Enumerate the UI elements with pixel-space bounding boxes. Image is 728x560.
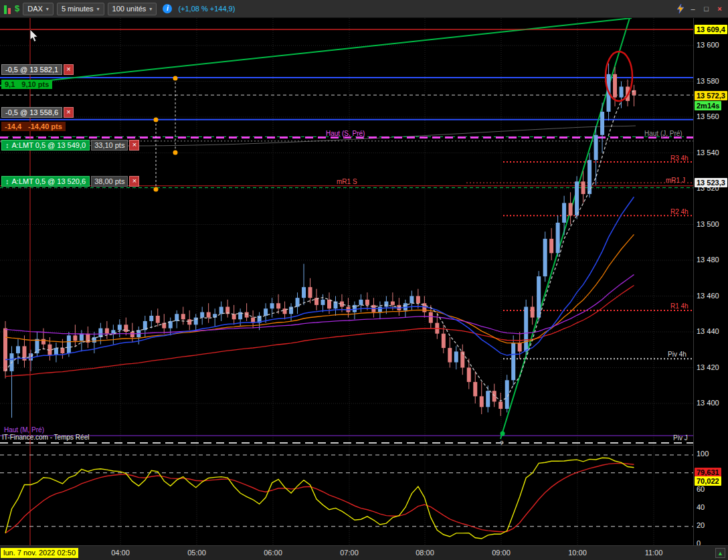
chart-label: Piv J	[673, 434, 688, 442]
chart-label: IT-Finance.com - Temps Réel	[2, 434, 89, 441]
close-order-button[interactable]: ×	[129, 140, 139, 151]
position-order: -0,5 @ 13 558,6×	[1, 107, 74, 118]
price-tick: 13 460	[697, 292, 719, 300]
updown-icon: ↕	[5, 177, 9, 186]
change-indicator: (+1,08 % +144,9)	[178, 5, 235, 13]
osc-tick: 60	[697, 485, 705, 493]
price-chart-panel[interactable]: Haut (S, Pré)Haut (J, Pré)mR1 SmR1 JR3 4…	[0, 18, 693, 445]
price-tick: 13 500	[697, 220, 719, 228]
minimize-button[interactable]: –	[688, 3, 698, 14]
price-label: 13 523,3	[695, 178, 727, 187]
osc-tick: 40	[697, 503, 705, 511]
chart-label: R1 4h	[670, 302, 689, 310]
time-axis: lun. 7 nov. 2022 02:5004:0005:0006:0007:…	[0, 545, 728, 560]
crosshair-date-label: lun. 7 nov. 2022 02:50	[1, 548, 78, 558]
chevron-down-icon: ▾	[97, 6, 100, 12]
chart-label: R2 4h	[670, 208, 689, 215]
position-pnl: 9,19,10 pts	[1, 80, 52, 89]
time-label: 05:00	[187, 549, 206, 557]
maximize-button[interactable]: □	[701, 3, 711, 14]
timeframe-label: 5 minutes	[62, 5, 94, 13]
stochastic-canvas[interactable]	[0, 446, 693, 546]
price-tick: 13 540	[697, 149, 719, 157]
price-tick: 13 480	[697, 256, 719, 264]
chart-label: mR1 J	[666, 177, 685, 184]
price-label: 13 609,4	[695, 25, 727, 34]
instrument-selector[interactable]: DAX ▾	[23, 3, 54, 15]
osc-value-label: 70,022	[695, 476, 721, 486]
timeframe-selector[interactable]: 5 minutes ▾	[57, 3, 104, 15]
updown-icon: ↕	[5, 141, 9, 150]
info-icon[interactable]: i	[163, 4, 172, 13]
chart-label: Piv 4h	[668, 351, 687, 358]
account-icon[interactable]: $	[15, 3, 19, 14]
time-label: 04:00	[111, 549, 130, 557]
limit-order-label[interactable]: ↕A:LMT 0,5 @ 13 549,0	[1, 140, 90, 151]
position-order-label[interactable]: -0,5 @ 13 582,1	[1, 64, 62, 75]
toolbar: $ DAX ▾ 5 minutes ▾ 100 unités ▾ i (+1,0…	[0, 0, 728, 18]
price-axis[interactable]: 13 60013 58013 56013 54013 52013 50013 4…	[693, 18, 728, 545]
price-tick: 13 600	[697, 41, 719, 49]
chart-label: mR1 S	[337, 178, 357, 185]
chart-label: Haut (S, Pré)	[326, 130, 365, 137]
chart-label: Haut (J, Pré)	[644, 130, 682, 137]
time-label: 10:00	[568, 549, 587, 557]
units-label: 100 unités	[112, 5, 147, 13]
price-tick: 13 400	[697, 399, 719, 407]
flash-icon[interactable]	[676, 4, 685, 13]
limit-order-points: 38,00 pts	[91, 176, 128, 187]
stochastic-panel[interactable]	[0, 445, 693, 546]
limit-order: ↕A:LMT 0,5 @ 13 520,638,00 pts×	[1, 176, 139, 187]
pnl-label: 9,19,10 pts	[1, 80, 52, 89]
close-order-button[interactable]: ×	[129, 176, 139, 187]
time-label: 09:00	[492, 549, 511, 557]
time-label: 07:00	[340, 549, 359, 557]
green-candle-bar	[4, 5, 7, 14]
position-order-label[interactable]: -0,5 @ 13 558,6	[1, 107, 62, 118]
candles-layer	[3, 64, 636, 418]
close-order-button[interactable]: ×	[64, 107, 74, 118]
time-label: 08:00	[416, 549, 434, 557]
scroll-to-latest-button[interactable]: ▲	[715, 548, 725, 558]
price-label: 2m14s	[695, 101, 721, 110]
pnl-label: -14,4-14,40 pts	[1, 122, 66, 131]
price-tick: 13 440	[697, 327, 719, 335]
limit-order: ↕A:LMT 0,5 @ 13 549,033,10 pts×	[1, 140, 139, 151]
instrument-label: DAX	[27, 5, 43, 13]
price-tick: 13 580	[697, 77, 719, 85]
close-order-button[interactable]: ×	[64, 64, 74, 75]
chevron-down-icon: ▾	[149, 6, 152, 12]
close-button[interactable]: ×	[715, 3, 725, 14]
osc-tick: 100	[697, 450, 709, 458]
chart-label: R3 4h	[670, 155, 689, 162]
limit-order-label[interactable]: ↕A:LMT 0,5 @ 13 520,6	[1, 176, 90, 187]
mouse-cursor	[30, 29, 37, 41]
time-label: 11:00	[645, 549, 663, 557]
osc-tick: 20	[697, 521, 705, 529]
price-label: 13 572,3	[695, 91, 727, 100]
limit-order-points: 33,10 pts	[91, 140, 128, 151]
chevron-down-icon: ▾	[46, 6, 49, 12]
candlestick-chart-canvas[interactable]	[0, 18, 693, 445]
price-tick: 13 560	[697, 112, 719, 120]
time-label: 06:00	[264, 549, 282, 557]
position-order: -0,5 @ 13 582,1×	[1, 64, 74, 75]
red-candle-bar	[8, 8, 11, 14]
candlestick-chart-icon[interactable]	[3, 3, 11, 14]
trading-platform-window: $ DAX ▾ 5 minutes ▾ 100 unités ▾ i (+1,0…	[0, 0, 728, 560]
price-tick: 13 420	[697, 363, 719, 371]
chart-label: Haut (M, Pré)	[4, 426, 44, 434]
position-pnl: -14,4-14,40 pts	[1, 122, 66, 131]
units-selector[interactable]: 100 unités ▾	[108, 3, 157, 15]
